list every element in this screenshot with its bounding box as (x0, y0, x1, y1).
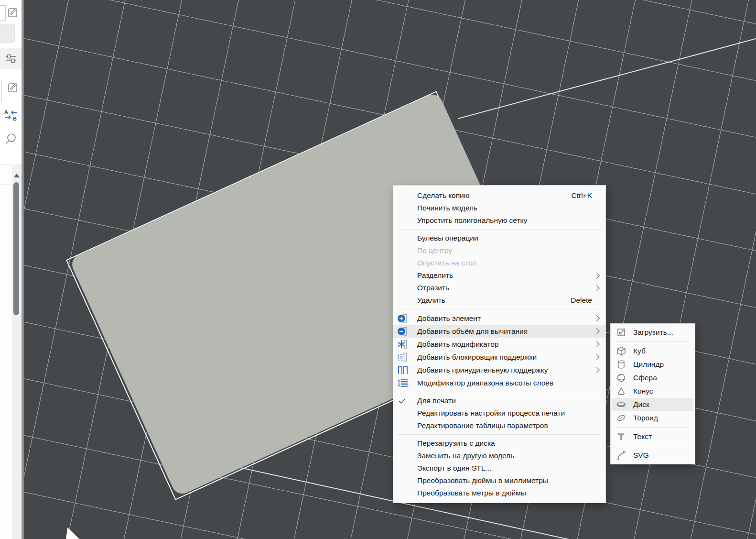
edit-button[interactable] (7, 6, 19, 18)
object-context-menu: Сделать копию Ctrl+K Починить модель Упр… (393, 185, 606, 503)
menu-item-split[interactable]: Разделить (393, 269, 605, 282)
cube-icon: n (612, 346, 633, 356)
menu-item-drop-to-bed[interactable]: Опустить на стол (393, 257, 605, 269)
submenu-item-torus[interactable]: Тороид (612, 411, 693, 425)
menu-item-label: Добавить блокировщик поддержки (417, 353, 591, 362)
menu-item-label: Опустить на стол (417, 259, 599, 267)
submenu-item-cone[interactable]: Конус (612, 385, 693, 398)
menu-item-height-range-modifier[interactable]: Модификатор диапазона высоты слоёв (393, 376, 605, 389)
settings-row[interactable] (0, 48, 22, 69)
menu-item-label: Экспорт в один STL... (417, 464, 599, 473)
menu-item-convert-inches-to-mm[interactable]: Преобразовать дюймы в миллиметры (393, 474, 605, 487)
submenu-item-label: Диск (633, 400, 690, 409)
submenu-item-label: Загрузить... (633, 328, 690, 337)
menu-item-add-modifier[interactable]: Добавить модификатор (393, 338, 605, 351)
submenu-arrow-icon (594, 273, 600, 279)
submenu-item-load[interactable]: Загрузить... (612, 326, 693, 339)
pencil-square-icon (7, 6, 19, 18)
swap-a-label: A (4, 109, 8, 115)
menu-item-shortcut: Delete (571, 296, 592, 305)
swap-ab-button[interactable]: A B (3, 108, 19, 121)
submenu-arrow-icon (594, 328, 600, 334)
submenu-item-svg[interactable]: SVG (612, 449, 693, 462)
svg-text:n: n (622, 347, 624, 350)
support-blocker-icon (393, 352, 417, 362)
search-button[interactable] (4, 132, 17, 145)
scrollbar-up-arrow[interactable] (14, 174, 20, 177)
submenu-arrow-icon (594, 285, 600, 291)
scrollbar-thumb[interactable] (13, 182, 19, 315)
cutoff-gray-button[interactable] (0, 24, 15, 43)
menu-item-label: Перезагрузить с диска (417, 439, 599, 448)
svg-text:T: T (618, 432, 624, 441)
menu-item-label: Разделить (417, 271, 591, 280)
menu-item-label: Добавить элемент (417, 314, 591, 323)
menu-item-label: Преобразовать метры в дюймы (417, 489, 599, 497)
pencil-square-icon (7, 81, 19, 93)
support-enforcer-icon (393, 365, 417, 375)
search-icon (4, 132, 17, 145)
menu-item-label: Для печати (417, 396, 599, 405)
menu-item-mirror[interactable]: Отразить (393, 282, 605, 294)
menu-item-boolean-operations[interactable]: Булевы операции (393, 232, 605, 244)
cutoff-settings-panel (0, 165, 12, 539)
menu-item-label: Преобразовать дюймы в миллиметры (417, 476, 599, 485)
menu-divider (398, 309, 601, 309)
cutoff-panel-edge (1, 80, 2, 102)
menu-item-printable[interactable]: Для печати (393, 395, 605, 407)
menu-item-label: Редактировать настройки процесса печати (417, 409, 599, 418)
menu-item-delete[interactable]: Удалить Delete (393, 294, 605, 307)
menu-item-reload-from-disk[interactable]: Перезагрузить с диска (393, 437, 605, 450)
viewport-left-edge (22, 0, 24, 539)
menu-item-make-copy[interactable]: Сделать копию Ctrl+K (393, 189, 605, 202)
submenu-item-sphere[interactable]: Сфера (612, 371, 693, 385)
menu-divider (398, 229, 601, 230)
add-negative-volume-icon (393, 327, 417, 336)
text-icon: T (612, 431, 633, 442)
menu-item-fix-model[interactable]: Починить модель (393, 202, 605, 214)
menu-divider (616, 446, 690, 446)
left-sidebar: A B (0, 0, 22, 539)
submenu-item-cube[interactable]: n Куб (612, 344, 693, 358)
menu-divider (398, 392, 601, 392)
menu-item-label: Добавить объём для вычитания (417, 327, 591, 336)
menu-item-add-support-enforcer[interactable]: Добавить принудительную поддержку (393, 363, 605, 376)
sphere-icon (612, 373, 633, 383)
submenu-item-label: Тороид (633, 414, 690, 422)
submenu-item-disc[interactable]: Диск (612, 398, 693, 411)
submenu-arrow-icon (594, 315, 600, 321)
cone-icon (612, 386, 633, 396)
menu-item-add-part[interactable]: Добавить элемент (393, 312, 605, 325)
menu-item-label: Добавить принудительную поддержку (417, 366, 591, 374)
submenu-arrow-icon (594, 341, 600, 347)
menu-item-label: Починить модель (417, 204, 599, 212)
torus-icon (612, 413, 633, 423)
slicer-application-window: A B (0, 0, 756, 539)
disc-icon (612, 399, 633, 410)
menu-item-edit-process-settings[interactable]: Редактировать настройки процесса печати (393, 407, 605, 419)
menu-item-label: Сделать копию (417, 191, 572, 200)
checkmark-icon (393, 396, 417, 406)
menu-item-shortcut: Ctrl+K (572, 191, 593, 200)
submenu-item-cylinder[interactable]: Цилиндр (612, 358, 693, 371)
add-part-icon (393, 314, 417, 323)
submenu-item-text[interactable]: T Текст (612, 430, 693, 443)
edit-button-2[interactable] (7, 81, 19, 93)
menu-divider (398, 434, 601, 435)
submenu-arrow-icon (594, 367, 600, 373)
menu-item-add-negative-volume[interactable]: Добавить объём для вычитания (393, 325, 605, 338)
svg-shape-icon (612, 450, 633, 461)
menu-item-replace-with-model[interactable]: Заменить на другую модель (393, 450, 605, 462)
menu-item-add-support-blocker[interactable]: Добавить блокировщик поддержки (393, 351, 605, 363)
add-modifier-icon (393, 340, 417, 349)
menu-item-label: Редактирование таблицы параметров (417, 421, 599, 430)
menu-item-export-single-stl[interactable]: Экспорт в один STL... (393, 462, 605, 474)
cutoff-panel-field (0, 5, 6, 21)
menu-item-edit-parameter-table[interactable]: Редактирование таблицы параметров (393, 419, 605, 432)
menu-item-convert-meters-to-inches[interactable]: Преобразовать метры в дюймы (393, 487, 605, 499)
menu-item-center[interactable]: По центру (393, 244, 605, 257)
submenu-item-label: SVG (633, 451, 690, 460)
menu-item-label: Заменить на другую модель (417, 451, 599, 460)
menu-item-simplify-mesh[interactable]: Упростить полигональную сетку (393, 214, 605, 227)
sliders-icon (5, 52, 17, 65)
